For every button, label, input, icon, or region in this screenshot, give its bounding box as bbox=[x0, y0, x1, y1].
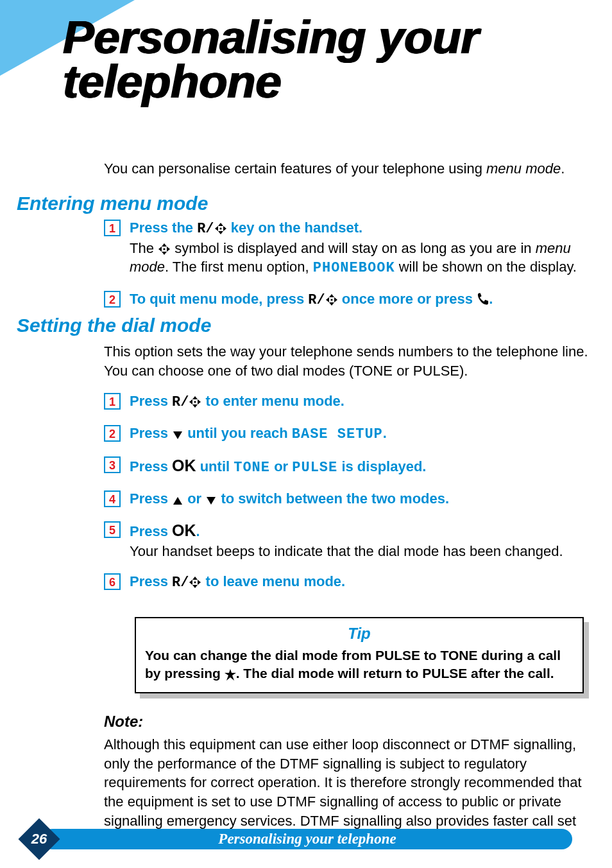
text: will be shown on the display. bbox=[395, 259, 577, 275]
intro-text: You can personalise certain features of … bbox=[104, 159, 579, 178]
step-number: 1 bbox=[104, 393, 121, 410]
nav-icon bbox=[158, 243, 171, 256]
step-body: Press the R/ key on the handset. The sym… bbox=[130, 218, 598, 278]
down-arrow-icon bbox=[205, 496, 217, 506]
r-key-label: R/ bbox=[172, 575, 189, 591]
ok-key-label: OK bbox=[172, 456, 196, 474]
phone-icon bbox=[477, 292, 489, 306]
step-number: 6 bbox=[104, 573, 121, 590]
steps-setting-dial-mode: 1 Press R/ to enter menu mode. 2 Press u… bbox=[104, 392, 598, 604]
intro-em: menu mode bbox=[486, 161, 561, 177]
step-body: Press until you reach BASE SETUP. bbox=[130, 424, 598, 444]
menu-option-tone: TONE bbox=[234, 460, 270, 476]
step-6: 6 Press R/ to leave menu mode. bbox=[104, 572, 598, 593]
text: to enter menu mode. bbox=[201, 393, 344, 409]
text: Press bbox=[130, 458, 172, 474]
ok-key-label: OK bbox=[172, 521, 196, 539]
text: . bbox=[196, 523, 200, 539]
text: . bbox=[489, 291, 493, 307]
step-number: 4 bbox=[104, 490, 121, 507]
text: once more or press bbox=[338, 291, 477, 307]
text: until you reach bbox=[183, 425, 292, 441]
nav-icon bbox=[325, 293, 338, 306]
text: Press bbox=[130, 425, 172, 441]
text: key on the handset. bbox=[227, 220, 363, 236]
text: symbol is displayed and will stay on as … bbox=[171, 240, 536, 256]
note-heading: Note: bbox=[104, 713, 143, 731]
text: Press bbox=[130, 393, 172, 409]
text: is displayed. bbox=[337, 458, 426, 474]
tip-title: Tip bbox=[145, 625, 574, 643]
step-2: 2 To quit menu mode, press R/ once more … bbox=[104, 290, 598, 310]
step-body: To quit menu mode, press R/ once more or… bbox=[130, 290, 598, 310]
r-key-label: R/ bbox=[308, 292, 325, 308]
nav-icon bbox=[189, 576, 201, 589]
text: . The first menu option, bbox=[165, 259, 313, 275]
star-key-icon bbox=[225, 669, 236, 681]
intro-post: . bbox=[561, 161, 565, 177]
text: to leave menu mode. bbox=[201, 573, 345, 589]
text: To quit menu mode, press bbox=[130, 291, 308, 307]
text: Press the bbox=[130, 220, 197, 236]
text: Your handset beeps to indicate that the … bbox=[130, 543, 563, 559]
page-number-badge: 26 bbox=[19, 819, 59, 859]
dial-mode-intro: This option sets the way your telephone … bbox=[104, 342, 598, 380]
page-number: 26 bbox=[19, 831, 59, 847]
text: The bbox=[130, 240, 158, 256]
step-1: 1 Press the R/ key on the handset. The s… bbox=[104, 218, 598, 278]
text: or bbox=[270, 458, 292, 474]
text: to switch between the two modes. bbox=[217, 490, 449, 507]
text: until bbox=[196, 458, 234, 474]
page-title: Personalising your telephone bbox=[63, 15, 563, 104]
down-arrow-icon bbox=[172, 430, 183, 440]
step-body: Press R/ to leave menu mode. bbox=[130, 572, 598, 593]
tip-box: Tip You can change the dial mode from PU… bbox=[135, 617, 584, 693]
step-4: 4 Press or to switch between the two mod… bbox=[104, 489, 598, 508]
footer-label: Personalising your telephone bbox=[42, 829, 572, 849]
step-body: Press OK until TONE or PULSE is displaye… bbox=[130, 455, 598, 478]
page-footer: Personalising your telephone 26 bbox=[19, 827, 597, 851]
step-3: 3 Press OK until TONE or PULSE is displa… bbox=[104, 455, 598, 478]
section-heading-entering-menu-mode: Entering menu mode bbox=[17, 193, 208, 214]
text: Press bbox=[130, 490, 172, 507]
step-number: 1 bbox=[104, 220, 121, 236]
step-body: Press R/ to enter menu mode. bbox=[130, 392, 598, 412]
menu-option-pulse: PULSE bbox=[292, 460, 337, 476]
menu-option-phonebook: PHONEBOOK bbox=[313, 260, 395, 276]
text: Press bbox=[130, 523, 172, 539]
menu-option-base-setup: BASE SETUP bbox=[292, 426, 383, 442]
nav-icon bbox=[189, 395, 201, 408]
up-arrow-icon bbox=[172, 496, 183, 506]
step-number: 3 bbox=[104, 456, 121, 473]
text: Press bbox=[130, 573, 172, 589]
tip-body: You can change the dial mode from PULSE … bbox=[145, 647, 574, 683]
step-number: 2 bbox=[104, 425, 121, 442]
nav-icon bbox=[214, 222, 227, 235]
r-key-label: R/ bbox=[172, 394, 189, 410]
section-heading-setting-dial-mode: Setting the dial mode bbox=[17, 315, 211, 336]
r-key-label: R/ bbox=[197, 221, 214, 237]
step-body: Press or to switch between the two modes… bbox=[130, 489, 598, 508]
steps-entering-menu-mode: 1 Press the R/ key on the handset. The s… bbox=[104, 218, 598, 322]
text: . bbox=[383, 425, 387, 441]
step-number: 5 bbox=[104, 521, 121, 538]
step-body: Press OK. Your handset beeps to indicate… bbox=[130, 520, 598, 560]
step-number: 2 bbox=[104, 291, 121, 308]
intro-pre: You can personalise certain features of … bbox=[104, 161, 486, 177]
step-2: 2 Press until you reach BASE SETUP. bbox=[104, 424, 598, 444]
step-5: 5 Press OK. Your handset beeps to indica… bbox=[104, 520, 598, 560]
text: . The dial mode will return to PULSE aft… bbox=[236, 666, 554, 681]
step-1: 1 Press R/ to enter menu mode. bbox=[104, 392, 598, 412]
text: or bbox=[183, 490, 205, 507]
